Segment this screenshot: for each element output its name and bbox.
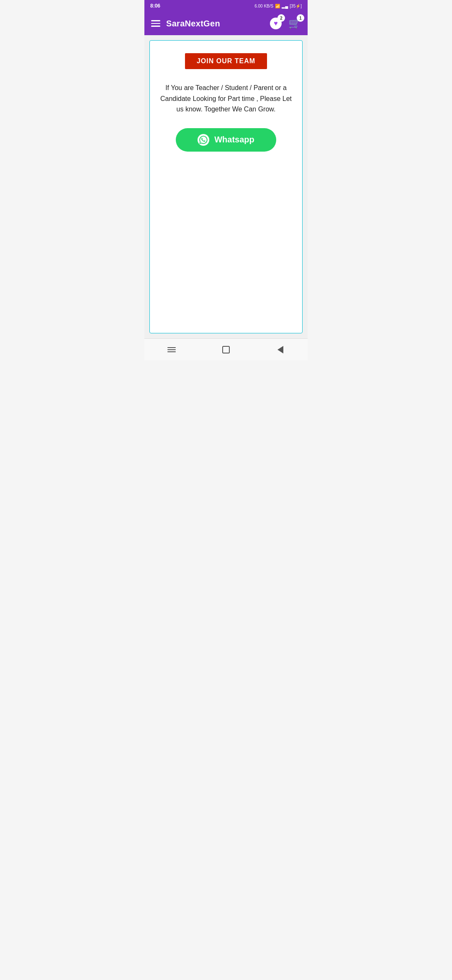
cart-badge: 1 xyxy=(297,14,304,22)
bottom-back-icon xyxy=(277,346,283,353)
bottom-menu-icon xyxy=(167,347,176,352)
brand-name: SaraNextGen xyxy=(166,19,220,28)
bottom-nav-menu[interactable] xyxy=(144,347,199,352)
network-speed: 6.00 KB/S xyxy=(254,4,273,8)
wifi-icon: 📶 xyxy=(275,4,280,8)
bottom-nav-back[interactable] xyxy=(253,346,308,353)
favorites-badge: 2 xyxy=(277,14,285,22)
cart-button[interactable]: 🛒 1 xyxy=(288,18,301,29)
bottom-nav-home[interactable] xyxy=(199,346,253,353)
whatsapp-button[interactable]: Whatsapp xyxy=(176,128,276,152)
navbar-left: SaraNextGen xyxy=(151,19,220,28)
status-time: 8:06 xyxy=(150,3,160,9)
join-team-card: JOIN OUR TEAM If You are Teacher / Stude… xyxy=(149,40,303,333)
status-bar: 8:06 6.00 KB/S 📶 ▂▄ [35⚡] xyxy=(144,0,308,12)
status-right: 6.00 KB/S 📶 ▂▄ [35⚡] xyxy=(254,4,302,8)
battery-icon: [35⚡] xyxy=(290,4,302,8)
hamburger-menu-icon[interactable] xyxy=(151,20,160,27)
join-team-button[interactable]: JOIN OUR TEAM xyxy=(185,53,267,69)
bottom-nav xyxy=(144,338,308,360)
bottom-home-icon xyxy=(222,346,230,353)
main-content: JOIN OUR TEAM If You are Teacher / Stude… xyxy=(144,35,308,338)
navbar-right: ♥ 2 🛒 1 xyxy=(270,18,301,29)
navbar: SaraNextGen ♥ 2 🛒 1 xyxy=(144,12,308,35)
signal-icon: ▂▄ xyxy=(282,4,288,8)
description-text: If You are Teacher / Student / Parent or… xyxy=(159,83,293,115)
whatsapp-icon xyxy=(198,134,209,146)
favorites-button[interactable]: ♥ 2 xyxy=(270,18,282,29)
whatsapp-button-label: Whatsapp xyxy=(214,135,254,144)
